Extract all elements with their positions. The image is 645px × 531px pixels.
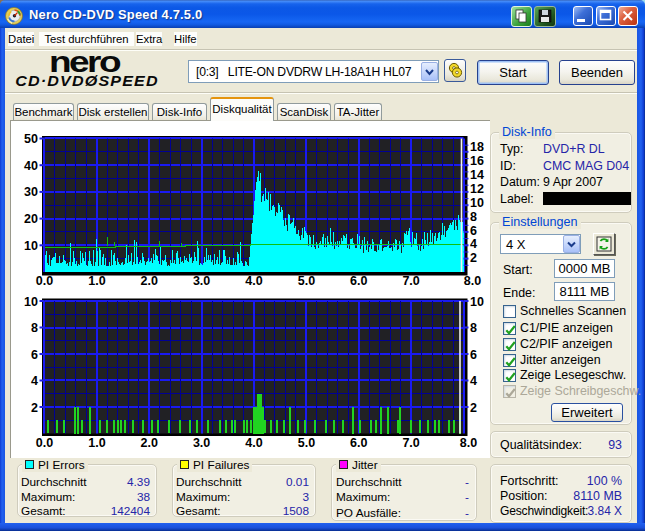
svg-text:6.0: 6.0	[350, 436, 367, 450]
svg-text:3.0: 3.0	[193, 274, 210, 288]
svg-text:2.0: 2.0	[141, 274, 158, 288]
svg-text:18: 18	[470, 140, 484, 154]
svg-text:6: 6	[470, 224, 477, 238]
svg-text:4: 4	[470, 237, 477, 251]
svg-text:6.0: 6.0	[350, 274, 367, 288]
svg-text:20: 20	[24, 212, 38, 226]
svg-text:30: 30	[24, 185, 38, 199]
svg-text:2: 2	[31, 401, 38, 415]
svg-text:16: 16	[470, 154, 484, 168]
svg-text:8: 8	[31, 321, 38, 335]
svg-text:10: 10	[470, 295, 484, 309]
svg-text:10: 10	[470, 196, 484, 210]
svg-text:10: 10	[24, 295, 38, 309]
svg-text:8.0: 8.0	[460, 436, 477, 450]
svg-text:4.0: 4.0	[245, 274, 262, 288]
svg-text:4.0: 4.0	[245, 436, 262, 450]
svg-text:6: 6	[470, 348, 477, 362]
svg-text:12: 12	[470, 182, 484, 196]
svg-text:2: 2	[470, 251, 477, 265]
svg-text:50: 50	[24, 132, 38, 146]
svg-text:2: 2	[470, 401, 477, 415]
svg-text:7.0: 7.0	[402, 274, 419, 288]
svg-text:5.0: 5.0	[298, 436, 315, 450]
svg-text:7.0: 7.0	[402, 436, 419, 450]
svg-text:4: 4	[31, 374, 38, 388]
svg-text:2.0: 2.0	[141, 436, 158, 450]
svg-text:0.0: 0.0	[36, 436, 53, 450]
svg-text:5.0: 5.0	[298, 274, 315, 288]
svg-text:3.0: 3.0	[193, 436, 210, 450]
svg-text:8: 8	[470, 321, 477, 335]
svg-text:6: 6	[31, 348, 38, 362]
svg-text:10: 10	[24, 239, 38, 253]
svg-text:4: 4	[470, 374, 477, 388]
svg-text:1.0: 1.0	[88, 274, 105, 288]
svg-text:1.0: 1.0	[88, 436, 105, 450]
svg-text:14: 14	[470, 168, 484, 182]
svg-text:8.0: 8.0	[464, 274, 481, 288]
svg-text:8: 8	[470, 210, 477, 224]
svg-text:40: 40	[24, 159, 38, 173]
svg-text:0.0: 0.0	[36, 274, 53, 288]
